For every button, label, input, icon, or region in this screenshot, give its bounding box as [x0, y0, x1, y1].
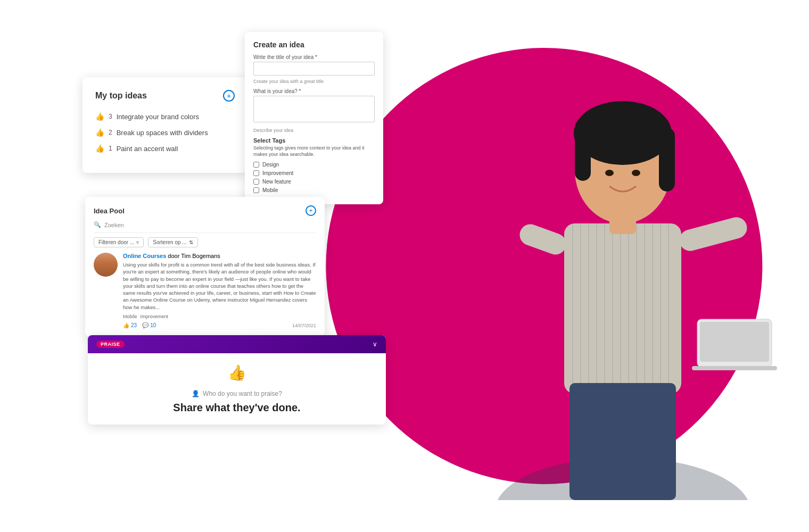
post-reactions: 👍 23 💬 10 — [123, 322, 156, 328]
thumbs-up-icon: 👍 — [95, 112, 104, 121]
idea-item-1: 👍 3 Integrate your brand colors — [95, 112, 235, 121]
my-top-ideas-card: My top ideas + 👍 3 Integrate your brand … — [82, 77, 247, 173]
idea-text-2: Break up spaces with dividers — [117, 129, 208, 137]
tag-new-feature-label: New feature — [262, 179, 291, 185]
comment-icon: 💬 — [142, 322, 148, 328]
tag-new-feature[interactable]: New feature — [253, 179, 375, 185]
svg-rect-8 — [620, 223, 621, 394]
post-avatar — [94, 253, 118, 277]
card-ideas-title: My top ideas — [95, 91, 147, 101]
praise-share-text: Share what they've done. — [98, 402, 375, 414]
svg-rect-20 — [659, 128, 675, 192]
person-illustration — [468, 21, 777, 500]
idea-title-input[interactable] — [253, 62, 375, 76]
post-content: Online Courses door Tim Bogemans Using y… — [123, 253, 316, 328]
svg-rect-3 — [580, 223, 581, 394]
tag-design-checkbox[interactable] — [253, 162, 259, 168]
tag-mobile-checkbox[interactable] — [253, 187, 259, 193]
idea-text-3: Paint an accent wall — [117, 145, 178, 153]
title-field-label: Write the title of your idea * — [253, 54, 375, 60]
filter-button[interactable]: Filteren door ... ▿ — [94, 237, 144, 247]
svg-rect-6 — [604, 223, 605, 394]
pool-search-bar[interactable]: 🔍 Zoeken — [94, 221, 316, 233]
idea-pool-card: Idea Pool + 🔍 Zoeken Filteren door ... ▿… — [85, 197, 325, 337]
tag-mobile[interactable]: Mobile — [253, 187, 375, 193]
thumbs-up-icon-2: 👍 — [95, 128, 104, 137]
vote-count-1: 1 — [109, 145, 112, 152]
svg-point-22 — [632, 170, 640, 176]
svg-rect-27 — [692, 366, 777, 370]
title-sublabel: Create your idea with a great title — [253, 79, 375, 84]
pool-add-button[interactable]: + — [306, 205, 316, 216]
svg-rect-11 — [644, 223, 645, 394]
cards-container: My top ideas + 👍 3 Integrate your brand … — [0, 0, 404, 532]
tag-mobile-label: Mobile — [262, 187, 278, 193]
avatar-image — [94, 253, 118, 277]
praise-who-text: Who do you want to praise? — [203, 390, 282, 397]
card-ideas-header: My top ideas + — [95, 90, 235, 102]
sort-icon: ⇅ — [189, 239, 193, 245]
svg-rect-19 — [575, 128, 591, 181]
idea-text-1: Integrate your brand colors — [117, 113, 199, 121]
filters-row: Filteren door ... ▿ Sorteren op ... ⇅ — [94, 237, 316, 247]
praise-header: PRAISE ∨ — [88, 335, 386, 353]
sort-button-label: Sorteren op ... — [153, 239, 186, 245]
svg-rect-14 — [668, 223, 669, 394]
svg-rect-10 — [636, 223, 637, 394]
post-footer: 👍 23 💬 10 14/07/2021 — [123, 322, 316, 328]
search-placeholder-text: Zoeken — [104, 222, 124, 228]
tag-design-label: Design — [262, 162, 279, 168]
svg-rect-4 — [588, 223, 589, 394]
comment-number: 10 — [150, 322, 156, 328]
pool-title: Idea Pool — [94, 207, 125, 215]
post-tag-mobile: Mobile — [123, 314, 137, 319]
like-number: 23 — [131, 322, 137, 328]
svg-rect-1 — [564, 223, 681, 394]
praise-emoji: 👍 — [228, 364, 246, 381]
svg-point-21 — [605, 170, 614, 176]
add-idea-button[interactable]: + — [223, 90, 235, 102]
svg-rect-5 — [596, 223, 597, 394]
praise-body: 👍 👤 Who do you want to praise? Share wha… — [88, 353, 386, 425]
idea-item-3: 👍 1 Paint an accent wall — [95, 144, 235, 153]
create-idea-title: Create an idea — [253, 40, 375, 49]
praise-person-icon: 👤 — [192, 390, 200, 397]
praise-badge: PRAISE — [96, 340, 125, 348]
idea-field-label: What is your idea? * — [253, 88, 375, 94]
like-icon: 👍 — [123, 322, 129, 328]
post-date: 14/07/2021 — [292, 323, 316, 328]
tag-improvement-checkbox[interactable] — [253, 170, 259, 176]
tag-design[interactable]: Design — [253, 162, 375, 168]
praise-who-label: 👤 Who do you want to praise? — [98, 390, 375, 397]
post-tags: Mobile Improvement — [123, 314, 316, 319]
post-author-line: Online Courses door Tim Bogemans — [123, 253, 316, 259]
vote-count-3: 3 — [109, 113, 112, 120]
create-idea-card: Create an idea Write the title of your i… — [245, 32, 383, 204]
search-icon: 🔍 — [94, 221, 101, 228]
svg-rect-13 — [660, 223, 661, 394]
praise-emoji-row: 👍 — [98, 364, 375, 381]
svg-rect-2 — [572, 223, 573, 394]
svg-rect-24 — [677, 215, 749, 253]
idea-sublabel: Describe your idea — [253, 128, 375, 133]
post-tag-improvement: Improvement — [141, 314, 169, 319]
vote-count-2: 2 — [109, 129, 112, 136]
chevron-down-icon[interactable]: ∨ — [373, 340, 377, 348]
likes-count[interactable]: 👍 23 — [123, 322, 137, 328]
svg-rect-15 — [569, 383, 676, 500]
svg-rect-26 — [700, 322, 769, 362]
sort-button[interactable]: Sorteren op ... ⇅ — [148, 237, 197, 247]
tags-section-desc: Selecting tags gives more context to you… — [253, 145, 375, 157]
comments-count[interactable]: 💬 10 — [142, 322, 156, 328]
tag-new-feature-checkbox[interactable] — [253, 179, 259, 185]
post-author-link[interactable]: Online Courses — [123, 253, 166, 259]
tag-improvement[interactable]: Improvement — [253, 170, 375, 176]
filter-icon: ▿ — [136, 239, 139, 245]
svg-rect-12 — [652, 223, 653, 394]
tags-section-title: Select Tags — [253, 137, 375, 144]
idea-body-input[interactable] — [253, 96, 375, 122]
pool-card-header: Idea Pool + — [94, 205, 316, 216]
pool-post: Online Courses door Tim Bogemans Using y… — [94, 253, 316, 328]
praise-card: PRAISE ∨ 👍 👤 Who do you want to praise? … — [88, 335, 386, 425]
filter-button-label: Filteren door ... — [98, 239, 134, 245]
